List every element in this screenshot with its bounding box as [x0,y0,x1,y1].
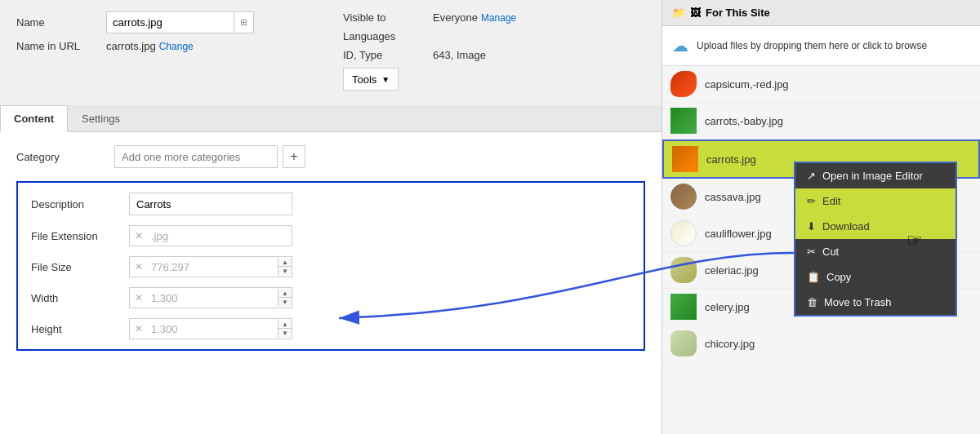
right-panel-header: 📁 🖼 For This Site [662,0,980,26]
width-input-wrapper: ✕ ▲ ▼ [129,287,292,308]
visible-to-label: Visible to [343,11,433,24]
file-size-label: File Size [31,261,129,273]
cut-label: Cut [822,246,839,258]
tools-label: Tools [352,73,376,86]
id-type-label: ID, Type [343,49,433,61]
name-in-url-label: Name in URL [16,40,106,52]
file-extension-input[interactable] [148,226,292,246]
description-label: Description [31,198,129,210]
thumb-cauliflower [670,220,697,246]
file-name-carrots-baby: carrots,-baby.jpg [705,115,783,127]
thumb-cassava [670,184,697,210]
open-editor-icon: ↗ [807,170,816,182]
download-icon: ⬇ [807,220,816,232]
menu-edit[interactable]: ✏ Edit [795,188,956,214]
upload-area[interactable]: ☁ Upload files by dropping them here or … [662,26,980,66]
upload-icon: ☁ [672,36,688,55]
name-input[interactable] [107,12,234,33]
height-label: Height [31,323,129,335]
properties-box: Description File Extension ✕ File Size ✕ [16,181,645,351]
file-item-capsicum[interactable]: capsicum,-red.jpg [662,66,980,103]
menu-move-trash[interactable]: 🗑 Move to Trash [795,290,956,315]
file-name-cauliflower: cauliflower.jpg [705,228,772,240]
height-down[interactable]: ▼ [278,329,292,338]
add-category-button[interactable]: + [283,145,305,168]
file-name-celery: celery.jpg [705,301,750,313]
file-size-up[interactable]: ▲ [278,258,292,267]
id-type-value: 643, Image [433,49,486,61]
download-label: Download [822,220,870,232]
languages-label: Languages [343,30,433,42]
copy-icon: 📋 [807,271,820,283]
file-item-chicory[interactable]: chicory.jpg [662,326,980,362]
name-input-icon[interactable]: ⊞ [234,12,253,33]
thumb-capsicum [670,71,697,97]
height-up[interactable]: ▲ [278,320,292,329]
thumb-carrots-baby [670,108,697,134]
trash-icon: 🗑 [807,296,817,308]
change-link[interactable]: Change [159,41,194,52]
chevron-down-icon: ▼ [381,75,390,84]
file-extension-label: File Extension [31,230,129,242]
menu-copy[interactable]: 📋 Copy [795,264,956,290]
cut-icon: ✂ [807,246,816,258]
height-input-wrapper: ✕ ▲ ▼ [129,318,292,339]
height-spinner: ▲ ▼ [278,320,292,338]
copy-label: Copy [826,271,851,283]
width-clear-icon[interactable]: ✕ [130,292,148,303]
menu-cut[interactable]: ✂ Cut [795,239,956,264]
tools-button[interactable]: Tools ▼ [343,68,399,91]
panel-title: For This Site [706,7,770,19]
file-name-celeriac: celeriac.jpg [705,264,759,277]
height-input[interactable] [148,319,278,339]
width-label: Width [31,292,129,304]
name-label: Name [16,16,106,29]
height-clear-icon[interactable]: ✕ [130,323,148,334]
category-row: Category + [16,145,645,168]
file-size-spinner: ▲ ▼ [278,258,292,276]
file-extension-clear-icon[interactable]: ✕ [130,230,148,241]
image-icon: 🖼 [690,7,701,19]
folder-icon: 📁 [672,7,685,19]
width-input[interactable] [148,288,278,308]
width-spinner: ▲ ▼ [278,289,292,307]
move-trash-label: Move to Trash [824,296,891,308]
name-input-wrapper: ⊞ [106,11,254,33]
file-size-clear-icon[interactable]: ✕ [130,261,148,272]
category-label: Category [16,151,114,163]
visible-to-value: Everyone [433,11,478,24]
category-input[interactable] [114,145,278,168]
description-row: Description [31,193,630,215]
tab-content[interactable]: Content [0,105,68,132]
thumb-celery [670,294,697,320]
file-item-carrots-baby[interactable]: carrots,-baby.jpg [662,103,980,140]
file-size-input[interactable] [148,257,278,277]
name-in-url-value: carrots.jpg [106,40,156,52]
tabs-bar: Content Settings [0,105,662,132]
file-size-input-wrapper: ✕ ▲ ▼ [129,256,292,277]
open-editor-label: Open in Image Editor [822,170,923,182]
height-row: Height ✕ ▲ ▼ [31,318,630,339]
file-name-capsicum: capsicum,-red.jpg [705,78,789,91]
menu-download[interactable]: ⬇ Download [795,214,956,239]
upload-text: Upload files by dropping them here or cl… [697,40,927,51]
file-name-carrots: carrots.jpg [706,153,756,166]
thumb-chicory [670,330,697,356]
description-input[interactable] [129,193,292,215]
content-area: Category + Description File Extension ✕ [0,132,662,434]
file-extension-row: File Extension ✕ [31,225,630,246]
menu-open-editor[interactable]: ↗ Open in Image Editor [795,163,956,188]
width-up[interactable]: ▲ [278,289,292,298]
file-name-cassava: cassava.jpg [705,191,761,203]
tab-settings[interactable]: Settings [68,105,134,132]
thumb-carrots [672,146,698,172]
edit-label: Edit [822,195,840,207]
manage-link[interactable]: Manage [481,12,516,24]
file-name-chicory: chicory.jpg [705,338,755,350]
width-row: Width ✕ ▲ ▼ [31,287,630,308]
file-size-row: File Size ✕ ▲ ▼ [31,256,630,277]
file-size-down[interactable]: ▼ [278,267,292,276]
width-down[interactable]: ▼ [278,298,292,307]
context-menu: ↗ Open in Image Editor ✏ Edit ⬇ Download… [794,162,957,317]
thumb-celeriac [670,257,697,283]
